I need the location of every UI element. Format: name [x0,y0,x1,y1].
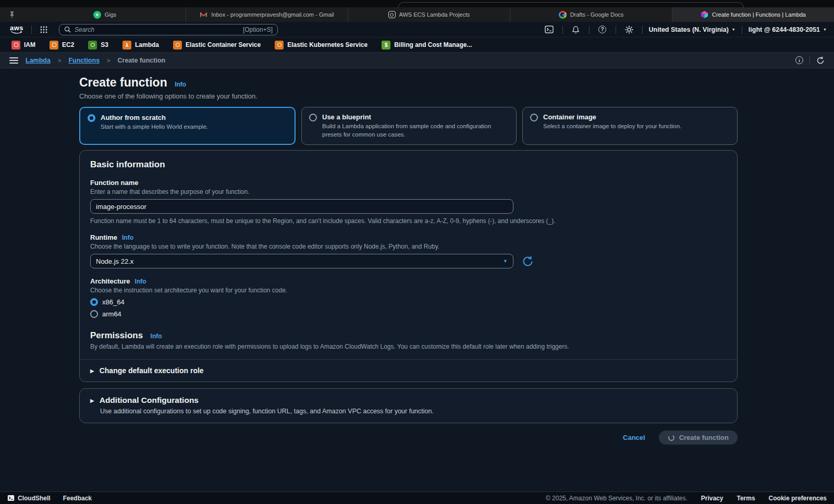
radio-icon[interactable] [309,114,317,121]
notifications-bell-icon[interactable] [569,24,583,35]
cloudshell-terminal-icon [7,495,15,501]
ec2-service-icon [50,41,58,50]
pin-icon[interactable] [0,7,24,22]
create-function-button[interactable]: Create function [659,431,738,445]
architecture-option-label: x86_64 [102,298,125,306]
permissions-info-link[interactable]: Info [151,333,162,340]
permissions-title: Permissions [90,330,143,340]
account-menu[interactable]: light @ 6244-4830-2051 ▼ [749,26,827,33]
function-name-input[interactable] [90,199,513,214]
browser-tab-lambda-active[interactable]: Create function | Functions | Lambda [672,7,834,22]
favorite-lambda[interactable]: λ Lambda [122,41,159,50]
architecture-option-arm64[interactable]: arm64 [90,310,727,318]
favorite-label: Elastic Kubernetes Service [287,41,367,48]
favorite-label: S3 [101,41,108,48]
divider [31,26,32,34]
cloudshell-icon[interactable] [543,24,556,35]
option-title: Author from scratch [101,114,208,121]
hamburger-menu-icon[interactable] [9,57,18,64]
breadcrumb-functions[interactable]: Functions [68,57,100,64]
runtime-info-link[interactable]: Info [122,234,133,241]
creation-option-cards: Author from scratch Start with a simple … [79,107,738,145]
additional-configurations-panel: ▶ Additional Configurations Use addition… [79,388,738,423]
search-placeholder: Search [75,26,239,33]
runtime-select[interactable]: Node.js 22.x ▼ [90,254,513,268]
runtime-refresh-icon[interactable] [522,255,534,267]
expander-triangle-icon: ▶ [90,398,94,403]
favorite-iam[interactable]: IAM [11,41,35,50]
loading-spinner-icon [668,434,675,441]
browser-tab-gigs[interactable]: fi Gigs [24,7,186,22]
page-subtitle: Choose one of the following options to c… [79,92,738,100]
breadcrumb-lambda[interactable]: Lambda [26,57,51,64]
cancel-button[interactable]: Cancel [623,434,645,441]
info-panel-icon[interactable]: i [795,56,803,64]
favorite-ec2[interactable]: EC2 [50,41,74,50]
terms-link[interactable]: Terms [737,495,755,502]
privacy-link[interactable]: Privacy [701,495,723,502]
option-container-image[interactable]: Container image Select a container image… [522,107,738,145]
favorite-s3[interactable]: S3 [88,41,108,50]
main-content: Create function Info Choose one of the f… [0,68,834,491]
cloudshell-label: CloudShell [18,495,51,502]
chevron-down-icon: ▼ [823,28,827,31]
favorite-eks[interactable]: Elastic Kubernetes Service [275,41,367,50]
divider [642,26,643,34]
s3-service-icon [88,41,97,50]
settings-gear-icon[interactable] [622,24,636,35]
divider [562,26,563,34]
cookie-preferences-link[interactable]: Cookie preferences [769,495,827,502]
search-input[interactable]: Search [Option+S] [59,24,278,35]
tab-title: Inbox - programmerpravesh@gmail.com - Gm… [211,11,334,18]
additional-configurations-expander[interactable]: ▶ Additional Configurations [90,396,727,405]
radio-selected-icon[interactable] [88,114,95,122]
runtime-label: Runtime [90,233,117,241]
radio-icon[interactable] [530,114,538,121]
option-use-a-blueprint[interactable]: Use a blueprint Build a Lambda applicati… [301,107,517,145]
favorite-billing[interactable]: $ Billing and Cost Manage... [382,41,472,50]
browser-tab-ecs-projects[interactable]: AWS ECS Lambda Projects [348,7,510,22]
expander-label: Change default execution role [100,366,204,375]
divider [616,26,616,34]
window-ghost-outline [398,2,744,8]
browser-tab-gmail[interactable]: Inbox - programmerpravesh@gmail.com - Gm… [186,7,348,22]
browser-tab-google-docs[interactable]: Drafts - Google Docs [510,7,672,22]
feedback-button[interactable]: Feedback [63,495,92,502]
option-author-from-scratch[interactable]: Author from scratch Start with a simple … [79,107,296,145]
expander-triangle-icon: ▶ [90,368,94,374]
breadcrumb-separator: > [58,57,61,64]
apps-grid-icon[interactable] [37,24,51,35]
architecture-info-link[interactable]: Info [135,278,146,285]
favorite-label: IAM [24,41,35,48]
aws-logo[interactable]: aws [7,25,26,34]
radio-selected-icon[interactable] [90,298,98,306]
additional-configurations-description: Use additional configurations to set up … [100,408,727,415]
architecture-option-label: arm64 [102,310,121,318]
fiverr-icon: fi [93,11,101,19]
page-title: Create function [79,76,167,89]
google-icon [559,11,567,19]
favorite-label: Lambda [135,41,159,48]
history-refresh-icon[interactable] [816,56,825,65]
account-label: light @ 6244-4830-2051 [749,26,820,33]
radio-icon[interactable] [90,310,98,318]
title-info-link[interactable]: Info [175,81,186,88]
iam-service-icon [11,41,20,50]
cloudshell-footer-button[interactable]: CloudShell [7,495,51,502]
tab-title: Gigs [105,11,117,18]
region-selector[interactable]: United States (N. Virginia) ▼ [649,26,735,33]
region-label: United States (N. Virginia) [649,26,729,33]
help-icon[interactable]: ? [596,24,609,35]
breadcrumb-bar: Lambda > Functions > Create function i [0,53,834,68]
breadcrumb-current: Create function [118,57,166,64]
eks-service-icon [275,41,284,50]
function-name-description: Enter a name that describes the purpose … [90,188,727,195]
lambda-cube-icon [701,10,708,19]
favorite-label: Elastic Container Service [186,41,261,48]
architecture-option-x86[interactable]: x86_64 [90,298,727,306]
lambda-service-icon: λ [122,41,131,50]
architecture-description: Choose the instruction set architecture … [90,287,727,294]
favorite-ecs[interactable]: Elastic Container Service [173,41,261,50]
change-execution-role-expander[interactable]: ▶ Change default execution role [80,359,737,382]
favorites-bar: IAM EC2 S3 λ Lambda Elastic Container Se… [0,38,834,53]
